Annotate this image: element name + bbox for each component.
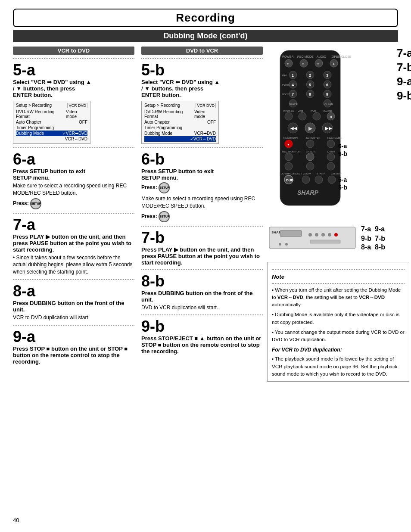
step-6a-note: Make sure to select a recording speed us… [13, 182, 134, 197]
step-7a-label: 7-a [13, 217, 134, 233]
step-6b-press2: Press: SETUP [141, 211, 263, 222]
svg-point-66 [285, 162, 293, 170]
svg-text:●: ● [287, 62, 289, 65]
step-9b-label: 9-b [141, 319, 263, 334]
label-9b-right: 9-b [397, 89, 411, 103]
note-sub-item: • The playback sound mode is followed by… [272, 355, 405, 378]
note-item-1: When you turn off the unit after setting… [272, 286, 405, 309]
step-5b-label: 5-b [141, 62, 263, 78]
note-box: Note When you turn off the unit after se… [267, 262, 409, 382]
step-8b-label: 8-b [141, 274, 263, 289]
remote-step-labels: 7-a 7-b 9-a 9-b [397, 47, 411, 103]
vcr-to-dvd-header: VCR to DVD [13, 47, 134, 55]
svg-text:VCR: VCR [298, 110, 303, 112]
step-6b-note: Make sure to select a recording speed us… [141, 195, 263, 210]
svg-text:CM SKIP: CM SKIP [331, 172, 342, 175]
svg-text:AUDIO: AUDIO [317, 55, 327, 58]
step-8a-instruction: Press DUBBING button on the front of the… [13, 300, 134, 313]
svg-rect-85 [280, 230, 302, 236]
svg-text:SPACE: SPACE [289, 103, 298, 106]
screen-5a: Setup > Recording VCR DVD DVD-RW Recordi… [13, 101, 90, 144]
svg-point-92 [279, 243, 281, 246]
note-item-3: You cannot change the output mode during… [272, 329, 405, 344]
step-5a: 5-a Select "VCR ⇒ DVD" using ▲/ ▼ button… [13, 62, 134, 144]
screen-5b: Setup > Recording VCR DVD DVD-RW Recordi… [141, 101, 219, 144]
svg-text:●: ● [317, 62, 319, 65]
svg-text:STARP: STARP [317, 172, 325, 175]
svg-text:POWER: POWER [282, 55, 293, 58]
svg-text:OPEN/CLOSE: OPEN/CLOSE [332, 55, 352, 58]
note-title: Note [272, 273, 405, 281]
svg-text:ZOOM: ZOOM [303, 172, 311, 175]
svg-point-67 [306, 162, 314, 170]
svg-text:DUBBING/RESET: DUBBING/RESET [281, 172, 302, 175]
left-content: VCR to DVD 5-a Select "VCR ⇒ DVD" using … [13, 47, 263, 382]
svg-point-59 [327, 140, 335, 148]
svg-text:9-a: 9-a [375, 225, 385, 233]
svg-point-89 [328, 233, 331, 236]
svg-text:GHI: GHI [282, 74, 287, 77]
svg-text:▲: ▲ [332, 62, 335, 65]
svg-text:▶▶: ▶▶ [325, 126, 332, 131]
step-6a: 6-a Press SETUP button to exitSETUP menu… [13, 152, 134, 209]
svg-text:PQRS: PQRS [282, 84, 290, 86]
step-8b-instruction: Press DUBBING button on the front of the… [141, 290, 263, 303]
label-7a-right: 7-a [397, 47, 411, 60]
col-right: DVD to VCR 5-b Select "VCR ⇐ DVD" using … [141, 47, 263, 367]
svg-text:WXYZ: WXYZ [282, 93, 290, 96]
svg-text:4: 4 [292, 83, 294, 87]
step-5a-instruction: Select "VCR ⇒ DVD" using ▲/ ▼ buttons, t… [13, 79, 134, 98]
step-5a-label: 5-a [13, 62, 134, 78]
svg-text:SET/ENTER: SET/ENTER [306, 137, 321, 139]
step-7a: 7-a Press PLAY ▶ button on the unit, and… [13, 217, 134, 276]
svg-text:6: 6 [326, 83, 328, 87]
svg-text:3: 3 [326, 73, 328, 78]
svg-point-43 [299, 112, 306, 120]
step-8a: 8-a Press DUBBING button on the front of… [13, 283, 134, 321]
svg-text:7-b: 7-b [375, 235, 385, 242]
svg-text:DUB: DUB [286, 178, 294, 182]
svg-text:5: 5 [309, 83, 311, 87]
remote-svg: POWER REC MODE AUDIO OPEN/CLOSE ● ● ● ▲ … [267, 48, 353, 212]
step-9a-instruction: Press STOP ■ button on the unit or STOP … [13, 345, 134, 365]
svg-text:⏸: ⏸ [330, 115, 333, 118]
svg-text:8-a: 8-a [361, 243, 371, 251]
svg-text:●: ● [287, 143, 290, 146]
svg-text:REC MODE: REC MODE [297, 55, 314, 58]
svg-point-64 [306, 153, 314, 161]
step-5b: 5-b Select "VCR ⇐ DVD" using ▲/ ▼ button… [141, 62, 263, 144]
svg-text:2: 2 [309, 73, 311, 78]
svg-text:SHARP: SHARP [297, 189, 319, 196]
svg-point-75 [302, 176, 310, 184]
step-6b: 6-b Press SETUP button to exitSETUP menu… [141, 152, 263, 222]
svg-text:RECORDTV: RECORDTV [283, 137, 298, 139]
right-content: 7-a 7-b 9-a 9-b POWER REC MODE AUDIO OPE… [267, 47, 409, 382]
two-col: VCR to DVD 5-a Select "VCR ⇒ DVD" using … [13, 47, 263, 367]
svg-point-87 [315, 233, 318, 236]
svg-text:▶: ▶ [308, 125, 313, 131]
step-8b-note: DVD to VCR duplication will start. [141, 304, 263, 311]
label-7b-right: 7-b [397, 61, 411, 74]
note-sub-title: For VCR to DVD duplication: [272, 346, 405, 354]
main-content: VCR to DVD 5-a Select "VCR ⇒ DVD" using … [13, 47, 398, 382]
svg-text:REC PAUSE: REC PAUSE [327, 137, 342, 139]
step-6b-press1: Press: SETUP [141, 182, 263, 193]
svg-text:8: 8 [309, 92, 311, 96]
svg-text:5-a: 5-a [338, 176, 347, 183]
svg-point-65 [327, 153, 335, 161]
svg-text:ENTER: ENTER [306, 150, 315, 153]
step-6a-press: Press: SETUP [13, 198, 134, 209]
step-7b-instruction: Press PLAY ▶ button on the unit, and the… [141, 246, 263, 266]
svg-point-86 [308, 233, 312, 236]
section-header: Dubbing Mode (cont'd) [13, 30, 398, 42]
svg-text:9: 9 [326, 92, 328, 96]
step-7a-note: • Since it takes about a few seconds bef… [13, 254, 134, 276]
note-item-2: Dubbing Mode is available only if the vi… [272, 311, 405, 326]
step-7b-label: 7-b [141, 230, 263, 246]
svg-text:●: ● [302, 62, 304, 65]
svg-text:6-b: 6-b [338, 150, 347, 157]
step-6b-instruction: Press SETUP button to exitSETUP menu. [141, 168, 263, 181]
svg-point-42 [285, 112, 293, 120]
step-8b: 8-b Press DUBBING button on the front of… [141, 274, 263, 311]
unit-svg: SHARP 7-a 9-a 9 [267, 218, 392, 257]
